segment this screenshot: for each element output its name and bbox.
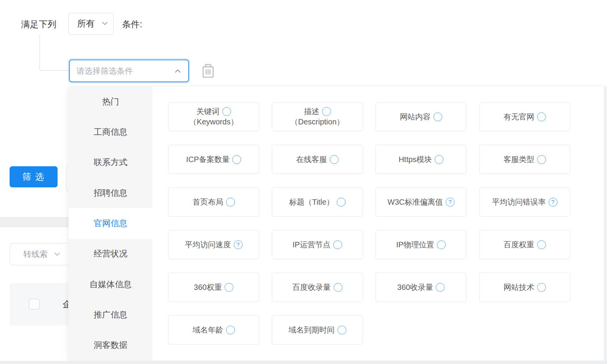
help-icon[interactable] (226, 326, 235, 334)
condition-connector-line (40, 35, 69, 71)
chevron-down-icon (102, 22, 108, 25)
filter-option-button[interactable]: 百度收录量 (272, 273, 363, 302)
sidebar-category-5[interactable]: 经营状况 (69, 239, 152, 269)
help-icon[interactable] (537, 283, 546, 292)
help-icon[interactable] (433, 113, 442, 121)
conditions-suffix-label: 条件: (122, 18, 142, 30)
filter-options-dropdown-panel: 热门工商信息联系方式招聘信息官网信息经营状况自媒体信息推广信息洞客数据 关键词 … (68, 86, 604, 361)
filter-options-grid: 关键词 （Keywords） 描述 （Description） 网站内容 有无官… (168, 102, 570, 344)
help-icon[interactable] (435, 155, 443, 164)
help-icon[interactable] (537, 155, 546, 164)
filter-button[interactable]: 筛 选 (10, 166, 58, 187)
page-bottom-edge (0, 361, 607, 364)
help-icon[interactable] (225, 283, 233, 292)
filter-option-button[interactable]: 网站技术 (479, 273, 570, 302)
filter-option-button[interactable]: 360权重 (168, 273, 259, 302)
help-icon[interactable] (222, 107, 231, 116)
help-icon[interactable] (322, 107, 331, 116)
delete-condition-icon[interactable] (201, 63, 215, 79)
filter-option-button[interactable]: Https模块 (375, 145, 466, 174)
filter-option-button[interactable]: W3C标准偏离值? (375, 187, 466, 217)
help-icon[interactable] (337, 326, 346, 334)
match-scope-select[interactable]: 所有 (68, 13, 114, 35)
chevron-down-icon (55, 253, 60, 256)
sidebar-category-7[interactable]: 推广信息 (69, 299, 152, 330)
filter-option-button[interactable]: IP物理位置 (375, 230, 466, 259)
filter-option-button[interactable]: 平均访问错误率? (479, 187, 570, 217)
sidebar-category-3[interactable]: 招聘信息 (69, 178, 152, 208)
filter-option-button[interactable]: IP运营节点 (272, 230, 363, 259)
filter-option-button[interactable]: 首页布局 (168, 187, 259, 217)
filter-select-placeholder: 请选择筛选条件 (76, 66, 133, 76)
filter-option-button[interactable]: 在线客服 (272, 145, 363, 174)
filter-option-button[interactable]: 域名到期时间 (272, 315, 363, 344)
filter-option-button[interactable]: 有无官网 (479, 102, 570, 131)
help-icon[interactable] (226, 198, 235, 207)
sidebar-category-0[interactable]: 热门 (69, 86, 152, 117)
match-scope-value: 所有 (77, 18, 95, 30)
chevron-up-icon (175, 69, 180, 73)
filter-option-button[interactable]: 360收录量 (375, 273, 466, 302)
help-icon[interactable]: ? (234, 240, 243, 249)
sidebar-category-4[interactable]: 官网信息 (69, 208, 152, 238)
help-icon[interactable] (337, 198, 346, 207)
page-background-strip (604, 86, 607, 361)
filter-option-button[interactable]: 平均访问速度? (168, 230, 259, 259)
sidebar-category-8[interactable]: 洞客数据 (69, 330, 152, 361)
filter-option-button[interactable]: 域名年龄 (168, 315, 259, 344)
filter-option-button[interactable]: 百度权重 (479, 230, 570, 259)
help-icon[interactable]: ? (446, 198, 455, 207)
filter-option-button[interactable]: 客服类型 (479, 145, 570, 174)
filter-option-button[interactable]: 描述 （Description） (272, 102, 363, 131)
help-icon[interactable] (537, 113, 546, 121)
help-icon[interactable] (436, 283, 445, 292)
help-icon[interactable] (333, 240, 342, 249)
sidebar-category-6[interactable]: 自媒体信息 (69, 269, 152, 299)
select-all-checkbox[interactable] (29, 299, 40, 309)
help-icon[interactable] (537, 240, 546, 249)
filter-option-button[interactable]: 网站内容 (375, 102, 466, 131)
match-rule-label: 满足下列 (21, 18, 56, 30)
help-icon[interactable]: ? (549, 198, 557, 207)
help-icon[interactable] (334, 283, 342, 292)
category-sidebar: 热门工商信息联系方式招聘信息官网信息经营状况自媒体信息推广信息洞客数据 (69, 86, 152, 361)
help-icon[interactable] (330, 155, 339, 164)
help-icon[interactable] (232, 155, 241, 164)
sidebar-category-2[interactable]: 联系方式 (69, 147, 152, 178)
filter-option-button[interactable]: 关键词 （Keywords） (168, 102, 259, 131)
filter-option-button[interactable]: 标题（Title） (272, 187, 363, 217)
sidebar-category-1[interactable]: 工商信息 (69, 117, 152, 147)
filter-condition-select[interactable]: 请选择筛选条件 (69, 60, 189, 82)
filter-option-button[interactable]: ICP备案数量 (168, 145, 259, 174)
help-icon[interactable] (437, 240, 446, 249)
convert-to-lead-select[interactable]: 转线索 (10, 243, 75, 265)
convert-select-value: 转线索 (23, 249, 48, 260)
